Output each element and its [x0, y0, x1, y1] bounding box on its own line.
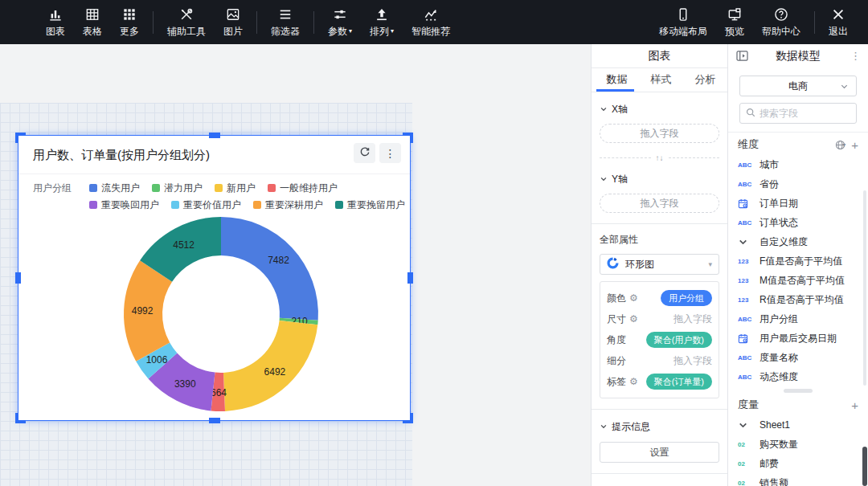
resize-handle-n[interactable]	[209, 133, 220, 138]
drop-placeholder[interactable]: 拖入字段	[674, 313, 712, 325]
field-pill-angle[interactable]: 聚合(用户数)	[646, 332, 712, 348]
field-pill-label[interactable]: 聚合(订单量)	[646, 374, 712, 390]
chart-type-select[interactable]: 环形图 ▾	[600, 254, 719, 275]
toolbar-item-image[interactable]: 图片	[215, 0, 252, 44]
tooltip-settings-button[interactable]: 设置	[600, 442, 719, 463]
toolbar-item-exit[interactable]: 退出	[820, 0, 857, 44]
123-field-icon: 123	[738, 296, 754, 304]
data-panel-more-button[interactable]: ⋮	[850, 50, 862, 62]
legend-item[interactable]: 潜力用户	[152, 182, 203, 194]
dimension-field[interactable]: 123M值是否高于平均值	[728, 271, 868, 290]
toolbar-item-charts[interactable]: 图表	[37, 0, 74, 44]
legend-swatch	[171, 201, 179, 209]
dimension-group[interactable]: 自定义维度	[728, 232, 868, 251]
toolbar-item-more[interactable]: 更多	[111, 0, 148, 44]
search-input[interactable]	[760, 108, 850, 119]
measure-field[interactable]: 02销售额	[728, 473, 868, 486]
slice-label: 6492	[264, 366, 286, 378]
x-axis-drop-zone[interactable]: 拖入字段	[600, 124, 719, 143]
02-field-icon: 02	[738, 460, 754, 468]
card-more-button[interactable]: ⋮	[379, 143, 401, 163]
dimension-field[interactable]: ABC度量名称	[728, 348, 868, 367]
dimension-field[interactable]: 123F值是否高于平均值	[728, 251, 868, 271]
legend-item[interactable]: 新用户	[215, 182, 256, 194]
gear-icon[interactable]: ⚙	[629, 314, 638, 324]
toolbar-item-label: 图片	[223, 25, 243, 39]
toolbar-item-mobile-layout[interactable]: 移动端布局	[650, 0, 716, 44]
add-dimension-button[interactable]: +	[851, 139, 858, 151]
resize-handle-sw[interactable]	[15, 413, 26, 423]
dimension-field[interactable]: 订单日期	[728, 194, 868, 213]
dimension-field[interactable]: ABC城市	[728, 155, 868, 174]
filter-lines-icon	[277, 6, 293, 22]
y-axis-drop-zone[interactable]: 拖入字段	[600, 194, 719, 213]
toolbar-item-parameters[interactable]: 参数▾	[319, 0, 361, 44]
measure-field[interactable]: 02邮费	[728, 454, 868, 473]
toolbar-item-preview[interactable]: 预览	[716, 0, 753, 44]
toolbar-item-label: 预览	[725, 25, 744, 39]
resize-handle-nw[interactable]	[15, 133, 26, 143]
dimension-field[interactable]: 123R值是否高于平均值	[728, 290, 868, 309]
toolbar-item-label: 筛选器	[271, 25, 300, 39]
legend-item[interactable]: 一般维持用户	[268, 182, 338, 194]
refresh-button[interactable]	[354, 143, 375, 163]
field-label: F值是否高于平均值	[760, 255, 842, 268]
legend-item[interactable]: 重要深耕用户	[253, 198, 323, 211]
legend-item[interactable]: 重要价值用户	[171, 198, 241, 211]
geo-role-button[interactable]: ▾	[835, 140, 845, 150]
legend-name: 一般维持用户	[280, 182, 338, 194]
gear-icon[interactable]: ⚙	[629, 377, 638, 386]
toolbar-item-smart-recommend[interactable]: 智能推荐	[403, 0, 459, 44]
chart-config-panel: 图表 数据样式分析 X轴 拖入字段 ↑↓ Y轴 拖入字段 全部属性	[591, 44, 727, 486]
toolbar-item-label: 表格	[83, 25, 102, 39]
dimensions-list: ABC城市ABC省份订单日期ABC订单状态自定义维度123F值是否高于平均值12…	[728, 155, 868, 386]
prop-label: 角度	[607, 333, 626, 347]
donut-slice[interactable]	[221, 217, 318, 321]
arrange-up-icon	[374, 6, 390, 22]
dimensions-scrollbar[interactable]	[863, 190, 866, 386]
toolbar-item-filter[interactable]: 筛选器	[262, 0, 309, 44]
field-label: 用户最后交易日期	[760, 332, 837, 345]
resize-handle-se[interactable]	[403, 413, 413, 423]
toolbar-item-table[interactable]: 表格	[74, 0, 111, 44]
donut-chart: 748221064926643390100649924512	[18, 136, 411, 422]
toolbar-item-help-center[interactable]: 帮助中心	[753, 0, 809, 44]
tab-analysis[interactable]: 分析	[683, 68, 727, 92]
measures-scrollbar[interactable]	[862, 447, 867, 486]
dataset-select[interactable]: 电商	[739, 76, 857, 96]
resize-handle-ne[interactable]	[403, 133, 413, 143]
dimension-field[interactable]: 用户最后交易日期	[728, 329, 868, 348]
drop-placeholder[interactable]: 拖入字段	[674, 355, 712, 366]
dimension-field[interactable]: ABC订单状态	[728, 213, 868, 232]
chart-card[interactable]: 748221064926643390100649924512 用户数、订单量(按…	[18, 135, 411, 421]
measure-group[interactable]: Sheet1	[728, 415, 868, 435]
tab-style[interactable]: 样式	[639, 68, 683, 92]
add-measure-button[interactable]: +	[851, 399, 858, 411]
resize-handle-e[interactable]	[407, 272, 413, 284]
tab-data[interactable]: 数据	[595, 68, 639, 92]
legend-item[interactable]: 重要挽留用户	[335, 198, 405, 211]
divider	[592, 473, 727, 474]
resize-handle-s[interactable]	[209, 418, 220, 423]
section-x-axis[interactable]: X轴	[600, 103, 719, 116]
legend-item[interactable]: 流失用户	[89, 182, 140, 194]
resize-handle-w[interactable]	[15, 272, 21, 284]
field-pill-color[interactable]: 用户分组	[661, 290, 712, 306]
measure-field[interactable]: 02购买数量	[728, 435, 868, 454]
collapse-panel-icon[interactable]	[736, 51, 748, 61]
swap-axes-icon[interactable]: ↑↓	[656, 153, 664, 162]
toolbar-item-arrange[interactable]: 排列▾	[361, 0, 403, 44]
gear-icon[interactable]: ⚙	[629, 293, 638, 303]
toolbar-item-auxiliary-tools[interactable]: 辅助工具	[158, 0, 215, 44]
section-y-axis[interactable]: Y轴	[600, 173, 719, 186]
field-label: 度量名称	[760, 351, 798, 365]
dimension-field[interactable]: ABC省份	[728, 174, 868, 194]
dimension-field[interactable]: ABC用户分组	[728, 309, 868, 329]
abc-field-icon: ABC	[738, 374, 754, 381]
slice-label: 7482	[268, 255, 289, 266]
measures-list: Sheet102购买数量02邮费02销售额	[728, 415, 868, 486]
legend-item[interactable]: 重要唤回用户	[89, 198, 159, 211]
panel-resize-handle[interactable]	[784, 389, 813, 393]
section-tooltip[interactable]: 提示信息	[600, 420, 719, 434]
dimension-field[interactable]: ABC动态维度	[728, 367, 868, 386]
